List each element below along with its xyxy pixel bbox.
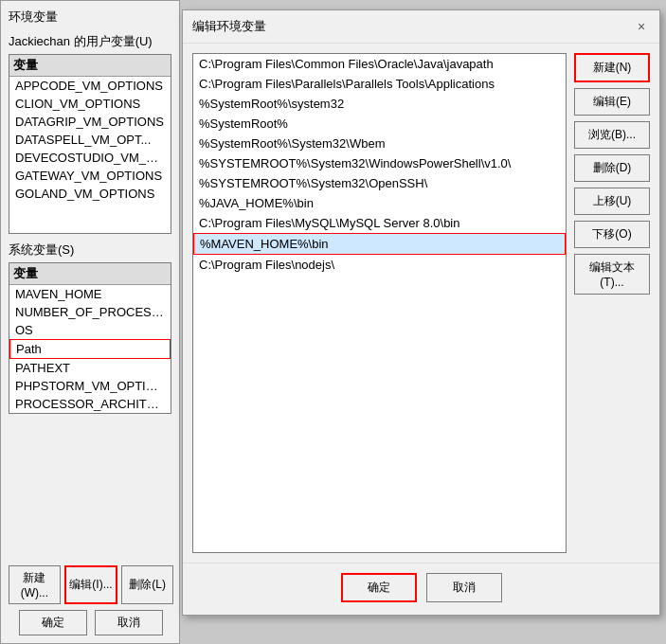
dialog-move-down-button[interactable]: 下移(O) bbox=[574, 221, 650, 248]
path-list-item[interactable]: %SystemRoot%\system32 bbox=[193, 94, 566, 114]
ok-cancel-row: 确定 取消 bbox=[9, 610, 173, 635]
left-panel: 环境变量 Jackiechan 的用户变量(U) 变量 APPCODE_VM_O… bbox=[0, 0, 180, 644]
env-vars-title: 环境变量 bbox=[9, 9, 171, 26]
dialog-edit-text-button[interactable]: 编辑文本(T)... bbox=[574, 254, 650, 295]
user-vars-column-header: 变量 bbox=[9, 55, 171, 77]
sys-list-item[interactable]: PHPSTORM_VM_OPTIONS bbox=[9, 377, 171, 395]
path-list-item[interactable]: C:\Program Files\nodejs\ bbox=[193, 255, 566, 275]
dialog-browse-button[interactable]: 浏览(B)... bbox=[574, 121, 650, 149]
user-list-item[interactable]: DEVECOSTUDIO_VM_OPT... bbox=[9, 149, 171, 167]
user-list-item[interactable]: APPCODE_VM_OPTIONS bbox=[9, 77, 171, 95]
sys-new-button[interactable]: 新建(W)... bbox=[9, 565, 61, 604]
sys-list-item[interactable]: PATHEXT bbox=[9, 359, 171, 377]
path-list-item[interactable]: %SystemRoot%\System32\Wbem bbox=[193, 134, 566, 153]
sys-vars-column-header: 变量 bbox=[9, 263, 171, 285]
dialog-right-buttons: 新建(N) 编辑(E) 浏览(B)... 删除(D) 上移(U) 下移(O) 编… bbox=[574, 53, 650, 553]
dialog-title: 编辑环境变量 bbox=[192, 18, 266, 35]
dialog-body: C:\Program Files\Common Files\Oracle\Jav… bbox=[183, 44, 659, 563]
sys-vars-section-title: 系统变量(S) bbox=[9, 242, 171, 259]
path-list-item[interactable]: %JAVA_HOME%\bin bbox=[193, 193, 566, 213]
sys-list-item[interactable]: Path bbox=[9, 339, 171, 359]
path-list-item[interactable]: C:\Program Files\MySQL\MySQL Server 8.0\… bbox=[193, 213, 566, 233]
path-list-item[interactable]: %SYSTEMROOT%\System32\WindowsPowerShell\… bbox=[193, 153, 566, 173]
user-list-item[interactable]: CLION_VM_OPTIONS bbox=[9, 95, 171, 113]
path-list-item[interactable]: %SystemRoot% bbox=[193, 114, 566, 134]
user-list-item[interactable]: DATAGRIP_VM_OPTIONS bbox=[9, 113, 171, 131]
user-list-item[interactable]: GATEWAY_VM_OPTIONS bbox=[9, 167, 171, 185]
sys-list-item[interactable]: OS bbox=[9, 321, 171, 339]
user-list-item[interactable]: GOLAND_VM_OPTIONS bbox=[9, 185, 171, 203]
path-list-item[interactable]: C:\Program Files\Common Files\Oracle\Jav… bbox=[193, 54, 566, 74]
user-vars-section-title: Jackiechan 的用户变量(U) bbox=[9, 33, 171, 50]
path-list-item[interactable]: %MAVEN_HOME%\bin bbox=[193, 233, 566, 255]
sys-list-item[interactable]: MAVEN_HOME bbox=[9, 285, 171, 303]
sys-buttons-row: 新建(W)... 编辑(I)... 删除(L) bbox=[9, 565, 173, 604]
ok-button[interactable]: 确定 bbox=[19, 610, 87, 635]
path-list[interactable]: C:\Program Files\Common Files\Oracle\Jav… bbox=[192, 53, 567, 553]
cancel-button[interactable]: 取消 bbox=[95, 610, 163, 635]
sys-vars-list: 变量 MAVEN_HOMENUMBER_OF_PROCESSORSOSPathP… bbox=[9, 262, 171, 414]
dialog-move-up-button[interactable]: 上移(U) bbox=[574, 188, 650, 215]
dialog-titlebar: 编辑环境变量 × bbox=[183, 10, 659, 44]
edit-env-dialog: 编辑环境变量 × C:\Program Files\Common Files\O… bbox=[182, 9, 660, 616]
user-vars-list: 变量 APPCODE_VM_OPTIONSCLION_VM_OPTIONSDAT… bbox=[9, 54, 171, 234]
dialog-footer: 确定 取消 bbox=[183, 563, 659, 612]
dialog-ok-button[interactable]: 确定 bbox=[341, 573, 417, 602]
user-list-item[interactable]: DATASPELL_VM_OPT... bbox=[9, 131, 171, 149]
sys-delete-button[interactable]: 删除(L) bbox=[121, 565, 173, 604]
sys-edit-button[interactable]: 编辑(I)... bbox=[64, 565, 118, 604]
sys-list-item[interactable]: PROCESSOR_ARCHITECT... bbox=[9, 395, 171, 413]
dialog-edit-button[interactable]: 编辑(E) bbox=[574, 88, 650, 116]
dialog-cancel-button[interactable]: 取消 bbox=[426, 573, 502, 602]
left-panel-bottom: 新建(W)... 编辑(I)... 删除(L) 确定 取消 bbox=[1, 565, 181, 635]
path-list-item[interactable]: %SYSTEMROOT%\System32\OpenSSH\ bbox=[193, 173, 566, 193]
sys-list-item[interactable]: NUMBER_OF_PROCESSORS bbox=[9, 303, 171, 321]
dialog-delete-button[interactable]: 删除(D) bbox=[574, 154, 650, 182]
path-list-item[interactable]: C:\Program Files\Parallels\Parallels Too… bbox=[193, 74, 566, 94]
dialog-new-button[interactable]: 新建(N) bbox=[574, 53, 650, 82]
close-button[interactable]: × bbox=[633, 18, 650, 35]
